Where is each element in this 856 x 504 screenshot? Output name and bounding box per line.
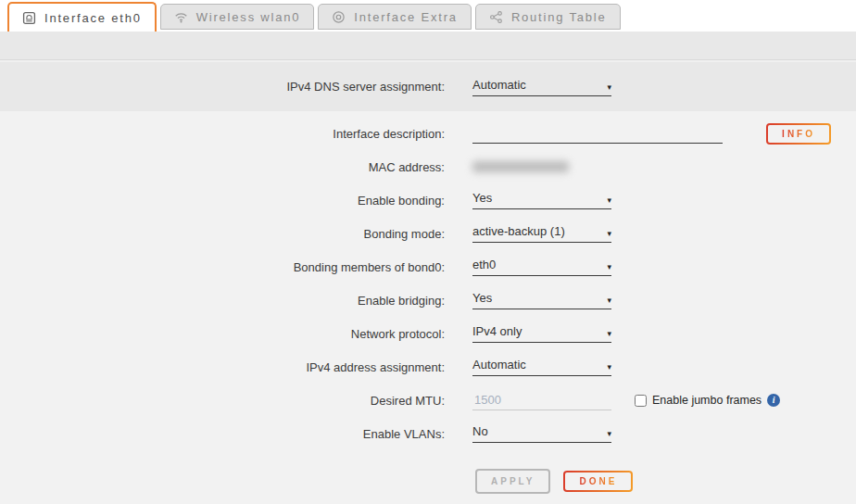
network-protocol-row: Network protocol: IPv4 only <box>0 317 856 350</box>
enable-bridging-label: Enable bridging: <box>0 294 445 308</box>
dns-assignment-label: IPv4 DNS server assignment: <box>0 80 445 94</box>
jumbo-frames-label: Enable jumbo frames <box>652 394 762 407</box>
enable-vlans-select[interactable]: No <box>472 424 611 443</box>
done-button[interactable]: DONE <box>563 471 633 492</box>
mac-address-label: MAC address: <box>0 160 445 174</box>
bonding-members-value: eth0 <box>472 258 496 271</box>
target-icon <box>332 10 346 24</box>
desired-mtu-row: Desired MTU: Enable jumbo frames <box>0 384 856 417</box>
bonding-mode-row: Bonding mode: active-backup (1) <box>0 217 856 250</box>
jumbo-frames-group: Enable jumbo frames <box>635 394 780 407</box>
header-panel-empty <box>0 32 856 59</box>
info-button[interactable]: INFO <box>766 123 831 145</box>
bonding-members-label: Bonding members of bond0: <box>0 260 445 274</box>
tab-label: Interface Extra <box>354 10 458 24</box>
tab-bar: Interface eth0 Wireless wlan0 Interface … <box>0 0 856 32</box>
jumbo-frames-checkbox[interactable] <box>635 395 647 407</box>
description-input[interactable] <box>472 123 723 144</box>
ipv4-assignment-row: IPv4 address assignment: Automatic <box>0 350 856 384</box>
ipv4-assignment-label: IPv4 address assignment: <box>0 360 445 374</box>
dns-assignment-panel: IPv4 DNS server assignment: Automatic <box>0 62 856 111</box>
description-label: Interface description: <box>0 127 445 141</box>
enable-bonding-row: Enable bonding: Yes <box>0 183 856 217</box>
enable-vlans-value: No <box>472 424 488 438</box>
dns-assignment-select[interactable]: Automatic <box>472 78 611 96</box>
info-button-label: INFO <box>782 129 815 139</box>
mac-address-row: MAC address: <box>0 150 856 183</box>
tab-interface-eth0[interactable]: Interface eth0 <box>7 2 157 32</box>
bonding-members-select[interactable]: eth0 <box>472 258 611 276</box>
description-row: Interface description: INFO <box>0 117 856 150</box>
form-actions: APPLY DONE <box>0 469 856 494</box>
enable-bonding-label: Enable bonding: <box>0 194 445 208</box>
desired-mtu-input[interactable] <box>472 390 611 410</box>
tab-label: Wireless wlan0 <box>196 10 301 24</box>
network-protocol-label: Network protocol: <box>0 327 445 341</box>
tab-wireless-wlan0[interactable]: Wireless wlan0 <box>160 4 315 30</box>
bonding-mode-select[interactable]: active-backup (1) <box>472 224 611 243</box>
ethernet-interface-icon <box>22 11 36 25</box>
tab-label: Routing Table <box>511 10 607 24</box>
apply-button[interactable]: APPLY <box>475 469 550 494</box>
tab-label: Interface eth0 <box>44 11 142 25</box>
tab-interface-extra[interactable]: Interface Extra <box>318 4 472 30</box>
bonding-mode-label: Bonding mode: <box>0 227 445 241</box>
bonding-mode-value: active-backup (1) <box>472 224 565 238</box>
dns-assignment-value: Automatic <box>472 78 526 92</box>
ipv4-assignment-value: Automatic <box>472 358 526 372</box>
enable-vlans-row: Enable VLANs: No <box>0 417 856 450</box>
tab-routing-table[interactable]: Routing Table <box>475 4 621 30</box>
network-protocol-value: IPv4 only <box>472 324 522 338</box>
interface-form: Interface description: INFO MAC address:… <box>0 111 856 494</box>
mac-address-redacted-value <box>472 161 569 172</box>
dns-assignment-row: IPv4 DNS server assignment: Automatic <box>0 70 856 104</box>
jumbo-frames-info-icon[interactable] <box>767 394 780 407</box>
share-nodes-icon <box>489 10 503 24</box>
network-protocol-select[interactable]: IPv4 only <box>472 324 611 343</box>
bonding-members-row: Bonding members of bond0: eth0 <box>0 250 856 284</box>
enable-bonding-value: Yes <box>472 191 492 205</box>
ipv4-assignment-select[interactable]: Automatic <box>472 358 611 376</box>
desired-mtu-label: Desired MTU: <box>0 394 445 408</box>
wifi-icon <box>174 10 188 24</box>
enable-vlans-label: Enable VLANs: <box>0 427 445 441</box>
enable-bridging-select[interactable]: Yes <box>472 291 611 309</box>
enable-bridging-value: Yes <box>472 291 492 305</box>
network-settings-page: Interface eth0 Wireless wlan0 Interface … <box>0 0 856 504</box>
enable-bridging-row: Enable bridging: Yes <box>0 284 856 317</box>
enable-bonding-select[interactable]: Yes <box>472 191 611 209</box>
done-button-label: DONE <box>579 476 617 486</box>
